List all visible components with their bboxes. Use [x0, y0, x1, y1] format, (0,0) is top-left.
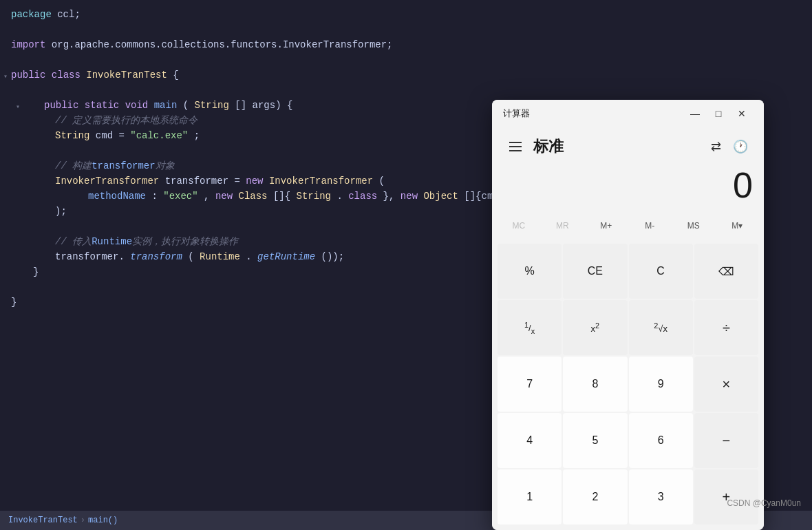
- subtract-button[interactable]: −: [694, 413, 758, 468]
- breadcrumb-separator: ›: [81, 513, 85, 528]
- minimize-button[interactable]: —: [684, 104, 706, 123]
- two-button[interactable]: 2: [563, 469, 627, 524]
- memory-minus-button[interactable]: M-: [629, 213, 672, 238]
- memory-plus-button[interactable]: M+: [585, 213, 628, 238]
- three-button[interactable]: 3: [629, 469, 693, 524]
- history-button[interactable]: 🕐: [728, 134, 753, 159]
- calc-row-3: 7 8 9 ×: [498, 357, 758, 412]
- clear-entry-button[interactable]: CE: [563, 244, 627, 299]
- seven-button[interactable]: 7: [498, 357, 562, 412]
- five-button[interactable]: 5: [563, 413, 627, 468]
- watermark: CSDN @CyanM0un: [727, 498, 801, 508]
- calc-row-1: % CE C ⌫: [498, 244, 758, 299]
- code-line: [0, 83, 812, 98]
- backspace-button[interactable]: ⌫: [694, 244, 758, 299]
- calculator-buttons: % CE C ⌫ 1/x x2 2√x ÷ 7 8 9 × 4 5 6 − 1: [492, 241, 764, 530]
- memory-dropdown-button[interactable]: M▾: [716, 213, 759, 238]
- code-line: [0, 22, 812, 37]
- hamburger-icon: [509, 142, 522, 151]
- eight-button[interactable]: 8: [563, 357, 627, 412]
- memory-clear-button[interactable]: MC: [498, 213, 540, 238]
- maximize-button[interactable]: □: [707, 104, 729, 123]
- calculator-header: 标准 ⇄ 🕐: [492, 127, 764, 166]
- calc-row-4: 4 5 6 −: [498, 413, 758, 468]
- calc-row-5: 1 2 3 +: [498, 469, 758, 524]
- one-button[interactable]: 1: [498, 469, 562, 524]
- add-button[interactable]: +: [694, 469, 758, 524]
- title-controls: — □ ✕: [684, 104, 753, 123]
- code-line: package ccl;: [0, 7, 812, 22]
- multiply-button[interactable]: ×: [694, 357, 758, 412]
- code-line: ▾ public class InvokeTranTest {: [0, 67, 812, 83]
- memory-row: MC MR M+ M- MS M▾: [492, 211, 764, 241]
- calculator-mode-title: 标准: [533, 136, 703, 157]
- menu-button[interactable]: [503, 134, 528, 159]
- convert-button[interactable]: ⇄: [703, 134, 728, 159]
- code-line: [0, 52, 812, 67]
- close-button[interactable]: ✕: [731, 104, 753, 123]
- nine-button[interactable]: 9: [629, 357, 693, 412]
- calculator-title-bar: 计算器 — □ ✕: [492, 100, 764, 127]
- display-number: 0: [503, 166, 753, 205]
- six-button[interactable]: 6: [629, 413, 693, 468]
- sqrt-button[interactable]: 2√x: [629, 300, 693, 355]
- code-line: import org.apache.commons.collections.fu…: [0, 37, 812, 52]
- calculator-title: 计算器: [503, 107, 530, 120]
- calc-row-2: 1/x x2 2√x ÷: [498, 300, 758, 355]
- calculator-window: 计算器 — □ ✕ 标准 ⇄ 🕐 0 MC MR M+ M- MS M▾: [492, 100, 764, 530]
- square-button[interactable]: x2: [563, 300, 627, 355]
- breadcrumb-method[interactable]: main(): [88, 513, 118, 528]
- divide-button[interactable]: ÷: [694, 300, 758, 355]
- clear-button[interactable]: C: [629, 244, 693, 299]
- memory-store-button[interactable]: MS: [672, 213, 715, 238]
- reciprocal-button[interactable]: 1/x: [498, 300, 562, 355]
- memory-recall-button[interactable]: MR: [542, 213, 584, 238]
- breadcrumb: InvokeTranTest › main(): [8, 513, 118, 528]
- calculator-display: 0: [492, 166, 764, 211]
- breadcrumb-file[interactable]: InvokeTranTest: [8, 513, 78, 528]
- percent-button[interactable]: %: [498, 244, 562, 299]
- four-button[interactable]: 4: [498, 413, 562, 468]
